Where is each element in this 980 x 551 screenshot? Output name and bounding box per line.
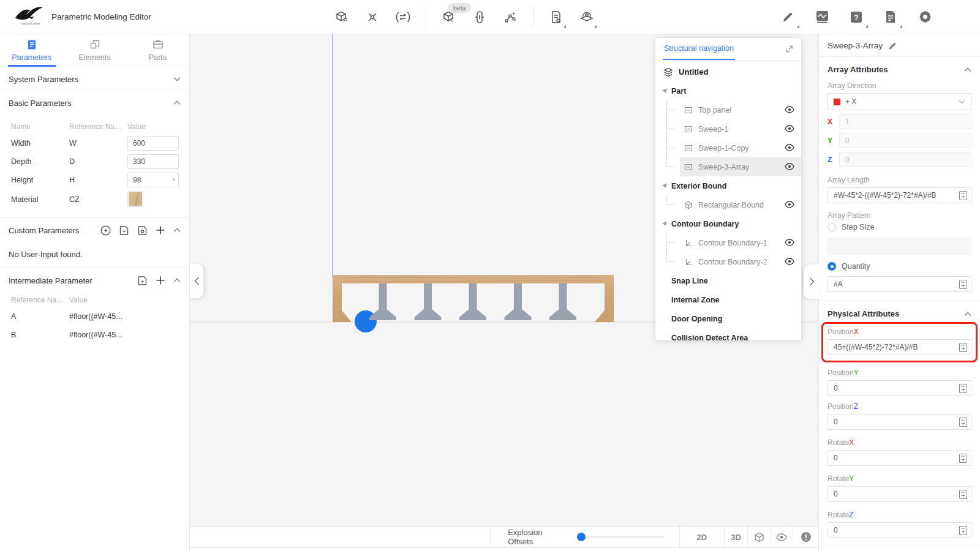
table-row[interactable]: B #floor((#W-45... xyxy=(0,326,189,344)
visibility-eye-icon[interactable] xyxy=(785,258,794,265)
chevron-up-icon[interactable] xyxy=(173,278,181,283)
visibility-eye-icon[interactable] xyxy=(785,163,794,170)
explosion-offsets-slider[interactable] xyxy=(576,536,665,538)
radio-checked-icon[interactable] xyxy=(827,262,836,271)
table-row[interactable]: A #floor((#W-45... xyxy=(0,307,189,326)
export-circle-doc-icon[interactable] xyxy=(137,225,148,236)
export-document-icon[interactable] xyxy=(541,0,571,34)
axis-x-input[interactable] xyxy=(839,114,971,129)
tree-item[interactable]: Sweep-1 xyxy=(655,119,801,138)
radio-unchecked-icon[interactable] xyxy=(827,223,836,231)
node-cross-icon[interactable] xyxy=(357,0,388,34)
axis-z-input[interactable] xyxy=(839,152,971,167)
depth-input[interactable] xyxy=(127,154,179,169)
modeling-cube-icon[interactable] xyxy=(326,0,357,34)
viewport-toolbar: Explosion Offsets 2D 3D xyxy=(190,526,818,551)
target-octagon-icon[interactable] xyxy=(100,225,111,236)
visibility-button[interactable] xyxy=(771,527,793,547)
part-attributes-header[interactable]: Part Attributes xyxy=(827,547,971,551)
rotatey-input[interactable] xyxy=(827,486,971,502)
tree-expander-icon[interactable] xyxy=(662,221,668,226)
formula-calc-icon[interactable] xyxy=(959,490,967,499)
expand-panel-button[interactable] xyxy=(785,38,794,60)
rib-array-part[interactable] xyxy=(369,283,576,320)
tree-item[interactable]: Rectangular Bound xyxy=(655,195,801,214)
slider-thumb[interactable] xyxy=(577,533,586,541)
width-input[interactable] xyxy=(127,136,179,151)
publish-layers-icon[interactable] xyxy=(571,0,602,34)
tree-group-internal-zone[interactable]: Internal Zone xyxy=(655,290,801,309)
activity-icon[interactable] xyxy=(805,0,839,34)
array-attributes-header[interactable]: Array Attributes xyxy=(827,57,971,75)
tree-group-contour-boundary[interactable]: Contour Boundary xyxy=(655,214,801,233)
visibility-eye-icon[interactable] xyxy=(785,125,794,132)
panel-icon xyxy=(684,144,693,152)
visibility-eye-icon[interactable] xyxy=(785,201,794,208)
tree-group-snap-line[interactable]: Snap Line xyxy=(655,271,801,290)
structural-navigation-tab[interactable]: Structural navigation xyxy=(663,38,735,60)
rotatez-input[interactable] xyxy=(827,522,971,538)
collapse-left-panel-handle[interactable] xyxy=(190,264,203,298)
chevron-up-icon[interactable] xyxy=(173,228,181,233)
height-select[interactable] xyxy=(127,173,179,187)
tree-item[interactable]: Contour Boundary-2 xyxy=(655,252,801,271)
tree-expander-icon[interactable] xyxy=(662,88,668,93)
physical-attributes-header[interactable]: Physical Attributes xyxy=(827,301,971,320)
settings-icon[interactable] xyxy=(908,0,942,34)
solid-view-button[interactable] xyxy=(748,527,770,547)
array-length-input[interactable] xyxy=(827,187,971,203)
tree-group-part[interactable]: Part xyxy=(655,81,801,100)
formula-calc-icon[interactable] xyxy=(959,280,967,289)
tab-elements[interactable]: Elements xyxy=(63,34,126,67)
view-2d-button[interactable]: 2D xyxy=(680,527,724,547)
visibility-eye-icon[interactable] xyxy=(785,144,794,151)
import-star-doc-icon[interactable]: ✶ xyxy=(137,276,148,286)
add-parameter-icon[interactable] xyxy=(156,225,165,235)
tree-item[interactable]: Top panel xyxy=(655,100,801,119)
positionz-input[interactable] xyxy=(827,414,971,430)
tree-item-root[interactable]: Untitled xyxy=(655,62,801,81)
tree-group-collision-detect-area[interactable]: Collision Detect Area xyxy=(655,328,801,340)
collapse-right-panel-handle[interactable] xyxy=(804,264,820,299)
material-swatch[interactable] xyxy=(127,191,143,207)
import-star-doc-icon[interactable]: ✶ xyxy=(119,225,129,236)
add-parameter-icon[interactable] xyxy=(156,276,165,285)
tree-group-door-opening[interactable]: Door Opening xyxy=(655,309,801,328)
system-parameters-header[interactable]: System Parameters xyxy=(0,67,189,91)
tree-item-selected[interactable]: Sweep-3-Array xyxy=(655,157,801,176)
tree-item[interactable]: Contour Boundary-1 xyxy=(655,233,801,252)
visibility-eye-icon[interactable] xyxy=(785,106,794,113)
formula-calc-icon[interactable] xyxy=(959,454,967,463)
tree-expander-icon[interactable] xyxy=(662,183,668,188)
formula-calc-icon[interactable] xyxy=(959,418,967,427)
positionx-input[interactable] xyxy=(827,339,971,355)
step-size-radio-row[interactable]: Step Size xyxy=(827,223,971,231)
tree-group-exterior-bound[interactable]: Exterior Bound xyxy=(655,176,801,195)
rename-pencil-icon[interactable] xyxy=(888,42,897,50)
formula-calc-icon[interactable] xyxy=(959,343,967,352)
tab-parts[interactable]: Parts xyxy=(126,34,189,67)
positiony-input[interactable] xyxy=(827,380,971,396)
help-icon[interactable]: ? xyxy=(839,0,873,34)
edit-pencil-icon[interactable] xyxy=(771,0,805,34)
array-direction-select[interactable]: + X xyxy=(827,93,971,110)
formula-calc-icon[interactable] xyxy=(959,526,967,535)
warnings-button[interactable] xyxy=(793,527,818,547)
step-size-input[interactable] xyxy=(827,238,971,255)
view-3d-button[interactable]: 3D xyxy=(725,527,748,547)
origin-handle[interactable] xyxy=(355,310,377,332)
tab-parameters[interactable]: Parameters xyxy=(0,34,63,67)
document-icon[interactable] xyxy=(873,0,908,34)
axis-y-input[interactable] xyxy=(839,133,971,148)
visibility-eye-icon[interactable] xyxy=(785,239,794,246)
cube-icon xyxy=(754,532,764,542)
basic-parameters-header[interactable]: Basic Parameters xyxy=(0,91,189,114)
quantity-radio-row[interactable]: Quantity xyxy=(827,262,971,271)
swap-icon[interactable] xyxy=(388,0,418,34)
tree-item[interactable]: Sweep-1-Copy xyxy=(655,138,801,157)
formula-calc-icon[interactable] xyxy=(959,384,967,393)
rotatex-input[interactable] xyxy=(827,450,971,466)
formula-calc-icon[interactable] xyxy=(959,191,967,200)
quantity-input[interactable] xyxy=(827,276,971,292)
share-icon[interactable] xyxy=(495,0,526,34)
